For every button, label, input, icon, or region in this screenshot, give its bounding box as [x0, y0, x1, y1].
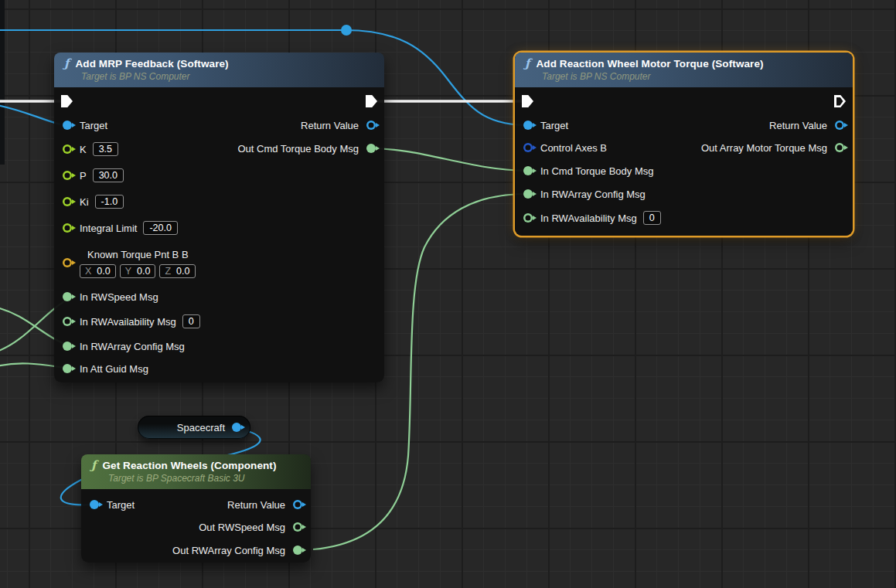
ki-value-field[interactable]: -1.0: [95, 195, 124, 209]
node-title: Add Reaction Wheel Motor Torque (Softwar…: [536, 58, 763, 70]
pin-row: K 3.5: [54, 141, 118, 157]
z-value: 0.0: [176, 266, 189, 277]
wire-blue-to-mrp-target: [0, 105, 60, 124]
exec-out-pin[interactable]: [366, 95, 377, 107]
pin-row: [834, 93, 853, 109]
reroute-node[interactable]: [341, 25, 352, 36]
return-value-pin[interactable]: [293, 500, 302, 509]
exec-in-pin[interactable]: [522, 95, 533, 107]
pin-label: Return Value: [227, 499, 285, 511]
pin-row: Return Value: [227, 497, 311, 512]
pin-row: Known Torque Pnt B B X0.0 Y0.0 Z0.0: [54, 247, 199, 278]
pin-label: Out Array Motor Torque Msg: [701, 142, 827, 154]
out-rwspeed-pin[interactable]: [293, 522, 302, 532]
in-rwavailability-pin[interactable]: [63, 317, 72, 326]
x-value: 0.0: [97, 266, 110, 277]
pin-row: In RWArray Config Msg: [54, 338, 185, 354]
known-torque-vector-pin[interactable]: [63, 258, 72, 267]
pin-label: In RWArray Config Msg: [540, 189, 646, 200]
pin-label: Known Torque Pnt B B: [87, 247, 199, 263]
k-value-field[interactable]: 3.5: [93, 142, 118, 156]
pin-label: Target: [107, 499, 135, 511]
pin-row: Return Value: [769, 117, 853, 133]
in-cmd-torque-pin[interactable]: [523, 166, 533, 175]
pin-label: Integral Limit: [80, 223, 137, 234]
pin-row: In RWArray Config Msg: [515, 186, 646, 202]
pin-row: Control Axes B: [515, 140, 607, 155]
pin-label: Ki: [80, 196, 89, 208]
integral-limit-pin[interactable]: [63, 223, 72, 233]
wire-cmd-torque: [370, 148, 526, 171]
in-att-guid-pin[interactable]: [63, 364, 72, 373]
y-value-field[interactable]: Y0.0: [120, 264, 156, 278]
node-title: Get Reaction Wheels (Component): [102, 460, 276, 471]
p-value-field[interactable]: 30.0: [93, 168, 124, 182]
function-icon: ƒ: [525, 56, 530, 70]
pin-row: In RWAvailability Msg 0: [515, 210, 661, 226]
node-add-mrp-feedback[interactable]: ƒ Add MRP Feedback (Software) Target is …: [54, 53, 384, 382]
pin-label: In RWSpeed Msg: [80, 291, 158, 303]
pin-row: Out RWArray Config Msg: [172, 542, 311, 558]
integral-limit-value-field[interactable]: -20.0: [143, 221, 178, 235]
pin-label: P: [80, 170, 87, 182]
pin-row: Integral Limit -20.0: [54, 220, 178, 236]
rwavailability-value-field[interactable]: 0: [643, 211, 661, 225]
pin-label: In Cmd Torque Body Msg: [540, 165, 653, 177]
node-header[interactable]: ƒ Add Reaction Wheel Motor Torque (Softw…: [515, 53, 853, 87]
node-subtitle: Target is BP NS Computer: [81, 71, 384, 82]
out-array-motor-torque-pin[interactable]: [835, 143, 844, 152]
function-icon: ƒ: [64, 56, 69, 70]
p-pin[interactable]: [63, 171, 72, 180]
pin-row: In Cmd Torque Body Msg: [515, 163, 653, 178]
x-value-field[interactable]: X0.0: [80, 264, 116, 278]
node-subtitle: Target is BP NS Computer: [542, 71, 853, 82]
spacecraft-output-pin[interactable]: [232, 423, 241, 432]
node-add-reaction-wheel-motor-torque[interactable]: ƒ Add Reaction Wheel Motor Torque (Softw…: [515, 53, 853, 236]
in-rwarray-config-pin[interactable]: [523, 189, 533, 199]
pin-row: In Att Guid Msg: [54, 361, 148, 376]
ki-pin[interactable]: [63, 197, 72, 206]
node-get-reaction-wheels[interactable]: ƒ Get Reaction Wheels (Component) Target…: [81, 454, 311, 563]
out-rwarray-config-pin[interactable]: [293, 546, 302, 555]
in-rwavailability-pin[interactable]: [523, 213, 533, 223]
pin-row: In RWAvailability Msg 0: [54, 314, 200, 329]
out-cmd-torque-pin[interactable]: [366, 144, 376, 153]
variable-label: Spacecraft: [177, 422, 225, 433]
pin-row: Out Array Motor Torque Msg: [701, 140, 853, 155]
exec-out-pin[interactable]: [834, 95, 846, 107]
pin-label: In RWArray Config Msg: [80, 341, 185, 352]
pin-row: Target: [54, 117, 107, 133]
target-pin[interactable]: [90, 500, 99, 509]
pin-row: Return Value: [301, 117, 384, 133]
pin-row: Target: [515, 117, 568, 133]
pin-label: In RWAvailability Msg: [80, 316, 176, 328]
exec-in-pin[interactable]: [61, 95, 73, 107]
x-axis-label: X: [85, 266, 91, 277]
pin-row: Out RWSpeed Msg: [199, 519, 311, 535]
pin-label: Out Cmd Torque Body Msg: [237, 143, 359, 155]
blueprint-graph-canvas[interactable]: ƒ Add MRP Feedback (Software) Target is …: [0, 0, 896, 588]
control-axes-pin[interactable]: [523, 143, 533, 152]
return-value-pin[interactable]: [835, 121, 844, 130]
rwavailability-value-field[interactable]: 0: [182, 314, 200, 328]
pin-row: In RWSpeed Msg: [54, 289, 158, 304]
target-pin[interactable]: [63, 121, 72, 130]
pin-label: Return Value: [301, 120, 359, 131]
node-subtitle: Target is BP Spacecraft Basic 3U: [108, 473, 311, 484]
node-header[interactable]: ƒ Add MRP Feedback (Software) Target is …: [54, 53, 384, 87]
z-value-field[interactable]: Z0.0: [159, 264, 195, 278]
k-pin[interactable]: [63, 144, 72, 154]
target-pin[interactable]: [523, 121, 533, 130]
y-value: 0.0: [137, 266, 150, 277]
z-axis-label: Z: [165, 266, 171, 277]
return-value-pin[interactable]: [366, 121, 376, 130]
pin-row: [54, 93, 73, 109]
node-header[interactable]: ƒ Get Reaction Wheels (Component) Target…: [81, 454, 311, 489]
in-rwspeed-pin[interactable]: [63, 292, 72, 301]
node-spacecraft-variable[interactable]: Spacecraft: [138, 416, 250, 439]
pin-label: In RWAvailability Msg: [540, 212, 637, 224]
pin-label: Out RWSpeed Msg: [199, 522, 285, 533]
in-rwarray-config-pin[interactable]: [63, 342, 72, 351]
pin-label: K: [80, 144, 87, 155]
pin-label: In Att Guid Msg: [80, 363, 148, 375]
